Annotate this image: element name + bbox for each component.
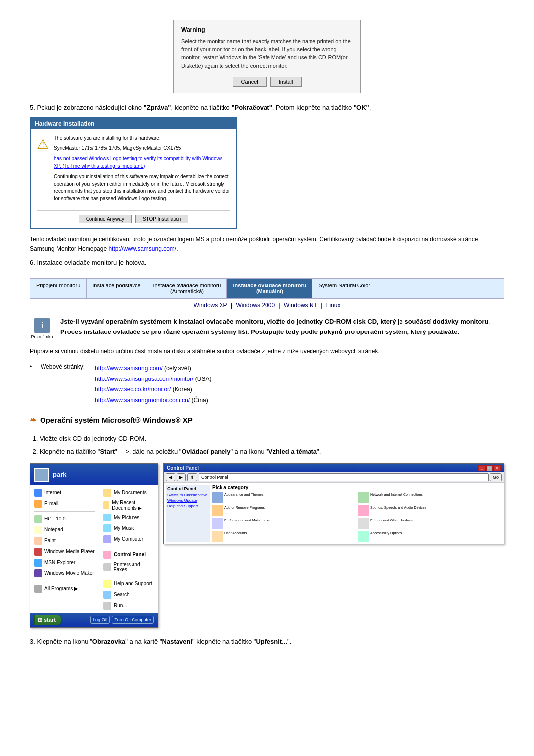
cp-cat-network[interactable]: Network and Internet Connections: [358, 492, 502, 503]
accessibility-icon: [358, 531, 369, 542]
warning-body: Select the monitor name that exactly mat…: [181, 37, 353, 70]
forward-button[interactable]: ▶: [177, 473, 186, 481]
start-item-run[interactable]: Run...: [99, 600, 158, 611]
website-link-korea: http://www.sec.co.kr/monitor/ (Korea): [95, 384, 211, 395]
os-link-xp[interactable]: Windows XP: [194, 302, 227, 309]
link-world[interactable]: http://www.samsung.com/: [95, 365, 163, 372]
steps-xp-list: Vložte disk CD do jednotky CD-ROM. Klepn…: [40, 433, 504, 457]
performance-icon: [212, 518, 223, 529]
cp-cat-accessibility[interactable]: Accessibility Options: [358, 531, 502, 542]
start-item-moviemaker[interactable]: Windows Movie Maker: [30, 568, 99, 579]
cancel-button[interactable]: Cancel: [233, 77, 267, 87]
step5-text2: , klepněte na tlačítko: [171, 104, 232, 111]
start-item-controlpanel[interactable]: Control Panel: [99, 549, 158, 560]
start-item-hct[interactable]: HCT 10.0: [30, 514, 99, 524]
maximize-button[interactable]: □: [486, 465, 493, 471]
up-button[interactable]: ⬆: [187, 473, 197, 481]
close-button[interactable]: ×: [494, 465, 501, 471]
start-item-email[interactable]: E-mail: [30, 498, 99, 509]
minimize-button[interactable]: _: [478, 465, 485, 471]
info-link[interactable]: http://www.samsung.com/: [108, 245, 176, 252]
start-item-help[interactable]: Help and Support: [99, 578, 158, 589]
nav-item-driver-manual[interactable]: Instalace ovladače monitoru(Manuální): [227, 279, 312, 298]
network-icon: [358, 492, 369, 503]
start-item-paint[interactable]: Paint: [30, 535, 99, 546]
link-china[interactable]: http://www.samsungmonitor.com.cn/: [95, 397, 190, 404]
install-button[interactable]: Install: [270, 77, 302, 87]
addremove-icon: [212, 505, 223, 516]
nav-item-stand-install[interactable]: Instalace podstavce: [87, 279, 147, 298]
section-heading-text: Operační systém Microsoft® Windows® XP: [40, 416, 193, 424]
screenshot-area: park Internet E-mail HCT 10.0: [30, 463, 504, 628]
moviemaker-icon: [34, 569, 42, 577]
step5-bold2: "Pokračovat": [231, 104, 272, 111]
info-line1: Tento ovladač monitoru je certifikován, …: [30, 236, 478, 252]
start-item-mydocs[interactable]: My Documents: [99, 487, 158, 498]
website-link-china: http://www.samsungmonitor.com.cn/ (Čína): [95, 395, 211, 406]
cp-cat-appearance[interactable]: Appearance and Themes: [212, 492, 356, 503]
step3-text: 3. Klepněte na ikonu "Obrazovka" a na ka…: [30, 637, 504, 647]
logoff-button[interactable]: Log Off: [90, 616, 110, 624]
start-item-search[interactable]: Search: [99, 589, 158, 600]
websites-links: http://www.samsung.com/ (celý svět) http…: [95, 363, 211, 406]
cp-titlebar-buttons: _ □ ×: [478, 465, 501, 471]
windows-update-link[interactable]: Windows Update: [167, 498, 209, 503]
hw-line2: SyncMaster 1715/ 1785/ 1705, MagicSyncMa…: [54, 144, 230, 152]
step5-text4: .: [369, 104, 371, 111]
start-item-notepad[interactable]: Notepad: [30, 524, 99, 535]
appearance-icon: [212, 492, 223, 503]
separator1: [34, 511, 95, 512]
switch-classic-link[interactable]: Switch to Classic View: [167, 493, 209, 497]
start-menu-right: My Documents My Recent Documents ▶ My Pi…: [99, 485, 158, 613]
nav-item-driver-auto[interactable]: Instalace ovladače monitoru(Automatická): [147, 279, 227, 298]
start-item-recentdocs[interactable]: My Recent Documents ▶: [99, 498, 158, 512]
start-item-printers[interactable]: Printers and Faxes: [99, 560, 158, 574]
os-link-linux[interactable]: Linux: [326, 302, 341, 309]
start-item-wmp[interactable]: Windows Media Player: [30, 546, 99, 557]
cp-cat-performance[interactable]: Performance and Maintenance: [212, 518, 356, 529]
note-icon: i: [33, 317, 51, 334]
mycomputer-icon: [103, 535, 111, 543]
note-icon-wrapper: i Pozn ámka: [30, 317, 54, 340]
start-menu-left: Internet E-mail HCT 10.0 Notepad Pa: [30, 485, 99, 613]
stop-installation-button[interactable]: STOP Installation: [135, 215, 188, 223]
turnoff-button[interactable]: Turn Off Computer: [112, 616, 154, 624]
link-korea[interactable]: http://www.sec.co.kr/monitor/: [95, 386, 171, 393]
nav-item-natural-color[interactable]: Systém Natural Color: [312, 279, 376, 298]
continue-anyway-button[interactable]: Continue Anyway: [79, 215, 132, 223]
separator4: [103, 576, 154, 576]
warning-box: Warning Select the monitor name that exa…: [173, 20, 361, 93]
start-item-internet[interactable]: Internet: [30, 487, 99, 498]
cp-cat-users[interactable]: User Accounts: [212, 531, 356, 542]
cp-cat-addremove[interactable]: Add or Remove Programs: [212, 505, 356, 516]
link-usa[interactable]: http://www.samsungusa.com/monitor/: [95, 376, 193, 382]
help-support-link[interactable]: Help and Support: [167, 504, 209, 508]
hct-icon: [34, 515, 42, 523]
step3-bold2: Nastavení: [162, 638, 192, 645]
cp-cat-printers[interactable]: Printers and Other Hardware: [358, 518, 502, 529]
start-item-music[interactable]: My Music: [99, 523, 158, 534]
printers-hw-icon: [358, 518, 369, 529]
websites-item: • Webové stránky: http://www.samsung.com…: [30, 363, 504, 406]
step3-bold1: Obrazovka: [92, 638, 125, 645]
hw-line1: The software you are installing for this…: [54, 134, 230, 142]
nav-item-monitor-connection[interactable]: Připojení monitoru: [30, 279, 87, 298]
start-icon: ⊞: [38, 617, 42, 623]
start-item-pictures[interactable]: My Pictures: [99, 512, 158, 523]
os-link-nt[interactable]: Windows NT: [284, 302, 317, 309]
back-button[interactable]: ◀: [166, 473, 175, 481]
os-link-2000[interactable]: Windows 2000: [236, 302, 275, 309]
separator3: [103, 547, 154, 547]
start-item-all-programs[interactable]: All Programs ▶: [30, 583, 99, 594]
bullet-dot: •: [30, 363, 36, 370]
start-item-mycomputer[interactable]: My Computer: [99, 534, 158, 545]
cp-cat-sounds[interactable]: Sounds, Speech, and Audio Devices: [358, 505, 502, 516]
start-button[interactable]: ⊞ start: [34, 615, 61, 625]
recentdocs-icon: [103, 501, 109, 509]
note-section: i Pozn ámka Jste-li vyzvání operačním sy…: [30, 317, 504, 340]
websites-label: Webové stránky:: [41, 363, 90, 370]
step6-text: 6. Instalace ovladače monitoru je hotova…: [30, 259, 504, 266]
address-bar[interactable]: [199, 473, 489, 481]
go-button[interactable]: Go: [490, 473, 502, 481]
start-item-msn[interactable]: MSN Explorer: [30, 557, 99, 568]
